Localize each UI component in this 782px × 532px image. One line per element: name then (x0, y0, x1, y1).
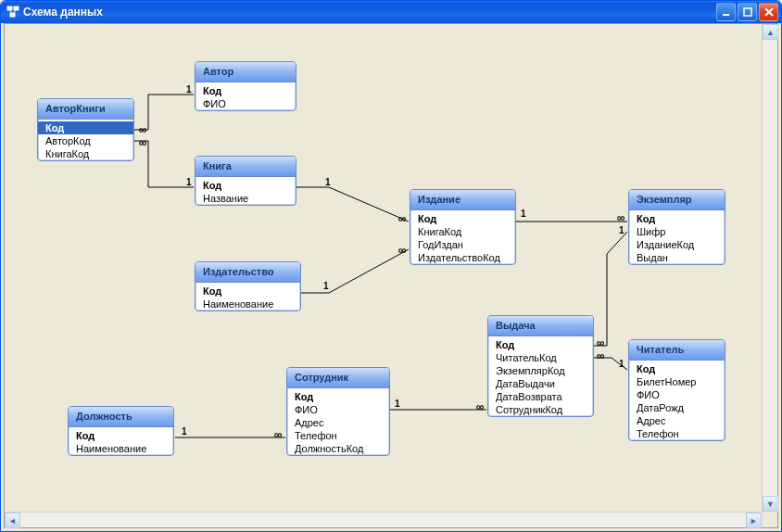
entity-fields: Код Название (196, 177, 296, 205)
entity-sotrudnik[interactable]: Сотрудник Код ФИО Адрес Телефон Должност… (286, 367, 390, 456)
card-many: ∞ (397, 245, 408, 256)
card-one: 1 (185, 178, 193, 187)
horizontal-scrollbar[interactable]: ◄ ► (5, 512, 762, 527)
card-one: 1 (181, 427, 188, 437)
field[interactable]: ИзданиеКод (629, 238, 725, 251)
entity-fields: Код Наименование (196, 283, 300, 310)
card-many: ∞ (273, 429, 284, 440)
entity-fields: Код БилетНомер ФИО ДатаРожд Адрес Телефо… (629, 361, 725, 440)
entity-ekzemplyar[interactable]: Экземпляр Код Шифр ИзданиеКод Выдан (628, 189, 725, 265)
entity-fields: Код ФИО Адрес Телефон ДолжностьКод (287, 388, 389, 455)
field[interactable]: Адрес (287, 416, 389, 429)
entity-title: Экземпляр (629, 190, 725, 210)
field[interactable]: Наименование (196, 298, 300, 310)
field[interactable]: ФИО (196, 97, 296, 110)
entity-title: Должность (69, 407, 173, 427)
card-many: ∞ (138, 137, 148, 148)
field[interactable]: КнигаКод (410, 225, 515, 238)
svg-rect-2 (10, 13, 15, 17)
card-one: 1 (520, 209, 527, 219)
card-many: ∞ (596, 337, 606, 348)
field[interactable]: ФИО (287, 403, 389, 416)
entity-izdanie[interactable]: Издание Код КнигаКод ГодИздан Издательст… (410, 189, 516, 265)
field[interactable]: ДатаВозврата (488, 390, 593, 403)
entity-chitatel[interactable]: Читатель Код БилетНомер ФИО ДатаРожд Адр… (628, 339, 725, 441)
field[interactable]: БилетНомер (629, 375, 725, 388)
entity-avtorknigi[interactable]: АвторКниги Код АвторКод КнигаКод (37, 98, 134, 161)
card-one: 1 (394, 399, 401, 409)
entity-izdatelstvo[interactable]: Издательство Код Наименование (195, 261, 301, 311)
field-pk[interactable]: Код (38, 121, 133, 134)
entity-avtor[interactable]: Автор Код ФИО (195, 61, 296, 111)
entity-title: Выдача (488, 316, 593, 336)
minimize-button[interactable] (716, 3, 736, 21)
field-pk[interactable]: Код (410, 212, 515, 225)
entity-kniga[interactable]: Книга Код Название (195, 156, 296, 206)
scroll-up-button[interactable]: ▲ (763, 24, 778, 40)
field[interactable]: Выдан (629, 251, 725, 264)
diagram-canvas[interactable]: ∞ ∞ 1 1 1 ∞ 1 ∞ 1 ∞ ∞ 1 ∞ 1 1 ∞ 1 ∞ Авто… (5, 24, 762, 512)
entity-title: Издательство (196, 262, 300, 283)
entity-vydacha[interactable]: Выдача Код ЧитательКод ЭкземплярКод Дата… (487, 315, 594, 417)
card-many: ∞ (475, 401, 486, 412)
svg-rect-1 (14, 6, 19, 10)
entity-title: Сотрудник (287, 368, 389, 388)
scroll-right-button[interactable]: ► (746, 513, 762, 528)
field-pk[interactable]: Код (196, 84, 296, 97)
field[interactable]: ДолжностьКод (287, 442, 389, 455)
titlebar[interactable]: Схема данных (1, 1, 781, 23)
field[interactable]: Телефон (629, 427, 725, 440)
close-button[interactable] (759, 3, 778, 21)
window-frame: Схема данных (0, 0, 782, 532)
card-one: 1 (185, 85, 193, 95)
field[interactable]: Шифр (629, 225, 725, 238)
card-one: 1 (322, 282, 330, 291)
field[interactable]: ДатаВыдачи (488, 377, 593, 390)
app-icon (6, 6, 19, 19)
window-controls (716, 3, 778, 21)
field[interactable]: ГодИздан (410, 238, 515, 251)
field[interactable]: Наименование (69, 442, 173, 455)
client-area: ∞ ∞ 1 1 1 ∞ 1 ∞ 1 ∞ ∞ 1 ∞ 1 1 ∞ 1 ∞ Авто… (4, 23, 778, 528)
field-pk[interactable]: Код (287, 390, 389, 403)
window-title: Схема данных (23, 6, 716, 19)
svg-rect-6 (744, 8, 751, 16)
field[interactable]: КнигаКод (38, 147, 133, 160)
card-many: ∞ (138, 124, 148, 135)
field[interactable]: ФИО (629, 388, 725, 401)
field[interactable]: ЭкземплярКод (488, 364, 593, 377)
entity-title: Издание (410, 190, 515, 210)
field[interactable]: Адрес (629, 414, 725, 427)
field[interactable]: СотрудникКод (488, 403, 593, 416)
card-many: ∞ (596, 350, 606, 361)
vertical-scrollbar[interactable]: ▲ ▼ (762, 24, 777, 512)
field[interactable]: ЧитательКод (488, 351, 593, 364)
field-pk[interactable]: Код (488, 338, 593, 351)
field[interactable]: Телефон (287, 429, 389, 442)
field[interactable]: ИздательствоКод (410, 251, 515, 264)
entity-title: Книга (196, 157, 296, 177)
entity-dolzhnost[interactable]: Должность Код Наименование (68, 406, 174, 456)
entity-title: АвторКниги (38, 99, 133, 120)
maximize-button[interactable] (738, 3, 757, 21)
entity-fields: Код КнигаКод ГодИздан ИздательствоКод (410, 210, 515, 264)
entity-fields: Код Шифр ИзданиеКод Выдан (629, 210, 725, 264)
card-many: ∞ (397, 213, 408, 224)
svg-rect-0 (7, 6, 12, 10)
field[interactable]: ДатаРожд (629, 401, 725, 414)
field-pk[interactable]: Код (196, 179, 296, 192)
card-one: 1 (618, 360, 625, 369)
entity-fields: Код ФИО (196, 82, 296, 110)
entity-title: Автор (196, 62, 296, 82)
entity-fields: Код Наименование (69, 427, 173, 455)
field[interactable]: Название (196, 192, 296, 205)
scroll-down-button[interactable]: ▼ (763, 496, 778, 512)
field-pk[interactable]: Код (629, 212, 725, 225)
field-pk[interactable]: Код (196, 285, 300, 298)
scroll-left-button[interactable]: ◄ (5, 513, 20, 528)
field[interactable]: АвторКод (38, 134, 133, 147)
field-pk[interactable]: Код (629, 362, 725, 375)
entity-title: Читатель (629, 340, 725, 361)
field-pk[interactable]: Код (69, 429, 173, 442)
card-one: 1 (324, 178, 332, 187)
